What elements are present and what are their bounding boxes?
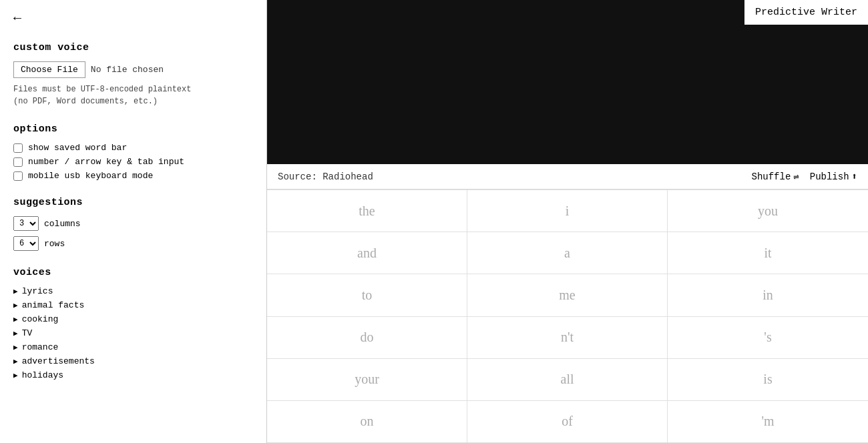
voice-item-romance[interactable]: ▶ romance — [13, 342, 253, 352]
left-panel: ← custom voice Choose File No file chose… — [0, 0, 267, 443]
suggestion-cell-9[interactable]: do — [267, 317, 467, 359]
shuffle-button[interactable]: Shuffle ⇌ — [752, 171, 799, 182]
arrow-icon-advertisements: ▶ — [13, 357, 18, 366]
checkbox-row-1: number / arrow key & tab input — [13, 157, 253, 167]
publish-label: Publish — [810, 171, 849, 182]
columns-label: columns — [44, 219, 81, 229]
suggestions-grid: theiyouandaittomeindon't'syourallisonof'… — [267, 189, 868, 443]
suggestion-cell-5[interactable]: it — [668, 232, 868, 274]
suggestion-cell-6[interactable]: to — [267, 274, 467, 316]
options-title: options — [13, 123, 253, 135]
suggestions-title: suggestions — [13, 197, 253, 208]
suggestion-cell-7[interactable]: me — [467, 274, 668, 316]
rows-label: rows — [44, 239, 65, 249]
checkbox-label-2: mobile usb keyboard mode — [28, 171, 153, 181]
voice-label-advertisements: advertisements — [22, 356, 95, 366]
voice-label-lyrics: lyrics — [22, 286, 53, 296]
voice-label-romance: romance — [22, 342, 59, 352]
arrow-icon-romance: ▶ — [13, 343, 18, 352]
voice-label-tv: TV — [22, 328, 33, 338]
voice-item-cooking[interactable]: ▶ cooking — [13, 314, 253, 324]
suggestion-cell-17[interactable]: 'm — [668, 401, 868, 443]
suggestion-cell-3[interactable]: and — [267, 232, 467, 274]
columns-row: 12345 columns — [13, 216, 253, 231]
custom-voice-title: custom voice — [13, 42, 253, 53]
voice-item-advertisements[interactable]: ▶ advertisements — [13, 356, 253, 366]
checkbox-number-arrow-key[interactable] — [13, 157, 23, 167]
suggestion-cell-4[interactable]: a — [467, 232, 668, 274]
file-input-row: Choose File No file chosen — [13, 61, 253, 78]
voice-item-tv[interactable]: ▶ TV — [13, 328, 253, 338]
checkbox-mobile-usb[interactable] — [13, 171, 23, 181]
publish-icon: ⬆ — [852, 171, 857, 182]
app-title: Predictive Writer — [744, 0, 868, 25]
publish-button[interactable]: Publish ⬆ — [810, 171, 857, 182]
arrow-icon-lyrics: ▶ — [13, 287, 18, 296]
source-label: Source: Radiohead — [278, 171, 373, 182]
suggestion-cell-8[interactable]: in — [668, 274, 868, 316]
suggestion-cell-14[interactable]: is — [668, 359, 868, 401]
voice-item-lyrics[interactable]: ▶ lyrics — [13, 286, 253, 296]
voices-section: voices ▶ lyrics ▶ animal facts ▶ cooking… — [13, 267, 253, 380]
shuffle-label: Shuffle — [752, 171, 791, 182]
voice-label-animal-facts: animal facts — [22, 300, 85, 310]
choose-file-button[interactable]: Choose File — [13, 61, 85, 78]
source-bar: Source: Radiohead Shuffle ⇌ Publish ⬆ — [267, 164, 868, 189]
suggestion-cell-2[interactable]: you — [668, 190, 868, 232]
suggestion-cell-11[interactable]: 's — [668, 317, 868, 359]
file-hint: Files must be UTF-8-encoded plaintext(no… — [13, 83, 253, 107]
arrow-icon-holidays: ▶ — [13, 371, 18, 380]
back-button[interactable]: ← — [13, 11, 21, 26]
options-section: options show saved word bar number / arr… — [13, 123, 253, 181]
shuffle-icon: ⇌ — [793, 171, 799, 182]
checkbox-label-0: show saved word bar — [28, 143, 127, 153]
checkbox-row-2: mobile usb keyboard mode — [13, 171, 253, 181]
right-panel: Predictive Writer Source: Radiohead Shuf… — [267, 0, 868, 443]
suggestion-cell-16[interactable]: of — [467, 401, 668, 443]
arrow-icon-cooking: ▶ — [13, 315, 18, 324]
checkbox-show-saved-word-bar[interactable] — [13, 143, 23, 153]
checkbox-row-0: show saved word bar — [13, 143, 253, 153]
suggestion-cell-15[interactable]: on — [267, 401, 467, 443]
suggestion-cell-0[interactable]: the — [267, 190, 467, 232]
arrow-icon-tv: ▶ — [13, 329, 18, 338]
voices-title: voices — [13, 267, 253, 278]
columns-select[interactable]: 12345 — [13, 216, 39, 231]
arrow-icon-animal-facts: ▶ — [13, 301, 18, 310]
voice-label-cooking: cooking — [22, 314, 59, 324]
suggestion-cell-1[interactable]: i — [467, 190, 668, 232]
voice-item-animal-facts[interactable]: ▶ animal facts — [13, 300, 253, 310]
source-actions: Shuffle ⇌ Publish ⬆ — [752, 171, 858, 182]
suggestion-cell-10[interactable]: n't — [467, 317, 668, 359]
suggestion-cell-13[interactable]: all — [467, 359, 668, 401]
suggestions-section: suggestions 12345 columns 12345678 rows — [13, 197, 253, 251]
rows-select[interactable]: 12345678 — [13, 236, 39, 251]
voice-label-holidays: holidays — [22, 370, 63, 380]
voice-item-holidays[interactable]: ▶ holidays — [13, 370, 253, 380]
checkbox-label-1: number / arrow key & tab input — [28, 157, 184, 167]
rows-row: 12345678 rows — [13, 236, 253, 251]
no-file-label: No file chosen — [91, 65, 164, 75]
suggestion-cell-12[interactable]: your — [267, 359, 467, 401]
